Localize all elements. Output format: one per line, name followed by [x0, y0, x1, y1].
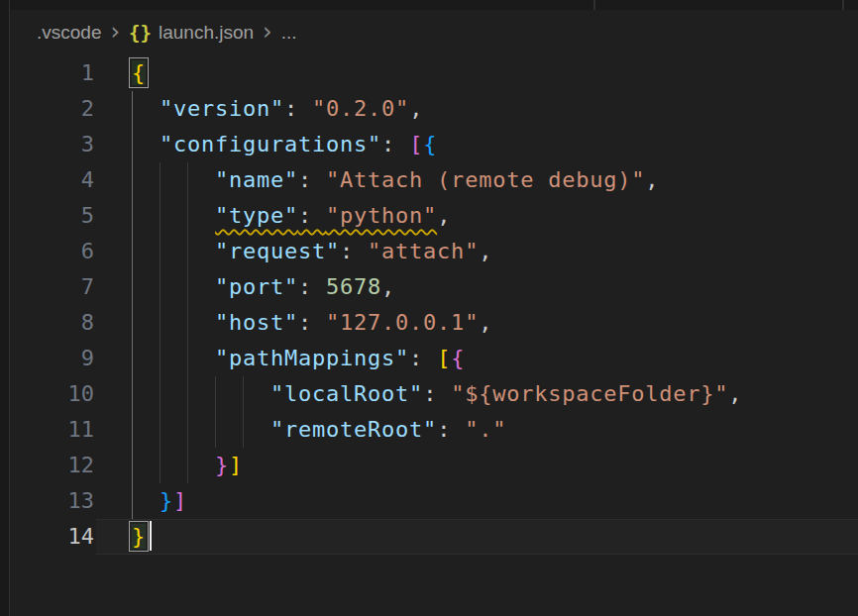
- code-content[interactable]: }: [96, 519, 858, 555]
- chevron-right-icon: ›: [263, 22, 272, 42]
- indent-guide: [132, 198, 133, 234]
- line-number[interactable]: 9: [10, 341, 96, 376]
- line-number[interactable]: 6: [10, 234, 96, 269]
- code-token: "pathMappings": [215, 346, 409, 370]
- breadcrumb-symbol-more[interactable]: ...: [281, 22, 297, 44]
- line-number[interactable]: 7: [10, 269, 96, 305]
- code-token: :: [437, 417, 465, 442]
- line-number[interactable]: 11: [10, 412, 96, 448]
- code-line[interactable]: 7 "port": 5678,: [10, 269, 858, 305]
- code-token: ,: [479, 239, 492, 263]
- line-number[interactable]: 8: [10, 305, 96, 341]
- line-number[interactable]: 3: [10, 127, 96, 162]
- editor[interactable]: 1{2 "version": "0.2.0",3 "configurations…: [10, 55, 858, 555]
- line-number[interactable]: 12: [10, 448, 96, 483]
- code-token: }: [215, 453, 229, 477]
- breadcrumb-file-label: launch.json: [159, 22, 254, 44]
- code-content[interactable]: }]: [96, 448, 858, 483]
- code-line[interactable]: 8 "host": "127.0.0.1",: [10, 305, 858, 341]
- panel-edge: [0, 0, 10, 616]
- indent-guide: [132, 234, 133, 269]
- code-token: ,: [479, 310, 492, 335]
- code-token: :: [284, 96, 312, 121]
- code-line[interactable]: 10 "localRoot": "${workspaceFolder}",: [10, 376, 858, 412]
- breadcrumb-file[interactable]: {} launch.json: [129, 22, 254, 44]
- json-braces-icon: {}: [129, 22, 152, 44]
- text-cursor: [150, 521, 152, 551]
- code-token: :: [340, 239, 368, 263]
- code-token: "configurations": [160, 132, 381, 156]
- line-number[interactable]: 5: [10, 198, 96, 234]
- code-line[interactable]: 4 "name": "Attach (remote debug)",: [10, 162, 858, 198]
- code-token: :: [298, 203, 326, 228]
- code-content[interactable]: "pathMappings": [{: [96, 341, 858, 376]
- indent-guide: [160, 448, 161, 483]
- code-token: [132, 203, 215, 228]
- code-line[interactable]: 9 "pathMappings": [{: [10, 341, 858, 376]
- code-token: [132, 346, 215, 370]
- code-line[interactable]: 5 "type": "python",: [10, 198, 858, 234]
- code-content[interactable]: "type": "python",: [96, 198, 858, 234]
- indent-guide: [132, 448, 133, 483]
- indent-guide: [187, 448, 188, 483]
- code-token: :: [298, 274, 326, 299]
- code-content[interactable]: }]: [96, 483, 858, 519]
- indent-guide: [132, 376, 133, 412]
- code-content[interactable]: "request": "attach",: [96, 234, 858, 269]
- code-token: [132, 274, 215, 299]
- code-content[interactable]: "configurations": [{: [96, 127, 858, 162]
- indent-guide: [187, 162, 188, 198]
- code-token: 5678: [326, 274, 381, 299]
- code-line[interactable]: 3 "configurations": [{: [10, 127, 858, 162]
- code-token: "127.0.0.1": [326, 310, 479, 335]
- code-token: "python": [326, 203, 437, 228]
- line-number[interactable]: 10: [10, 376, 96, 412]
- code-token: :: [409, 346, 437, 370]
- indent-guide: [132, 269, 133, 305]
- line-number[interactable]: 13: [10, 483, 96, 519]
- code-line[interactable]: 12 }]: [10, 448, 858, 483]
- bracket-match: {: [132, 60, 146, 85]
- breadcrumb-folder[interactable]: .vscode: [37, 22, 101, 44]
- code-token: ]: [173, 488, 187, 513]
- indent-guide: [132, 91, 133, 127]
- code-line[interactable]: 6 "request": "attach",: [10, 234, 858, 269]
- code-line[interactable]: 1{: [10, 55, 858, 91]
- line-number[interactable]: 14: [10, 519, 96, 555]
- code-content[interactable]: "host": "127.0.0.1",: [96, 305, 858, 341]
- code-token: :: [298, 310, 326, 335]
- code-content[interactable]: {: [96, 55, 858, 91]
- code-token: [132, 453, 215, 477]
- code-content[interactable]: "localRoot": "${workspaceFolder}",: [96, 376, 858, 412]
- code-line[interactable]: 2 "version": "0.2.0",: [10, 91, 858, 127]
- code-line[interactable]: 14}: [10, 519, 858, 555]
- code-content[interactable]: "remoteRoot": ".": [96, 412, 858, 448]
- code-line[interactable]: 13 }]: [10, 483, 858, 519]
- indent-guide: [187, 234, 188, 269]
- line-number[interactable]: 2: [10, 91, 96, 127]
- tab-bar: [10, 0, 858, 10]
- indent-guide: [187, 198, 188, 234]
- line-number[interactable]: 4: [10, 162, 96, 198]
- editor-group: .vscode › {} launch.json › ... 1{2 "vers…: [10, 0, 858, 616]
- code-token: [132, 488, 160, 513]
- indent-guide: [160, 198, 161, 234]
- code-token: "request": [215, 239, 340, 263]
- code-content[interactable]: "name": "Attach (remote debug)",: [96, 162, 858, 198]
- code-token: [: [437, 346, 451, 370]
- code-token: "host": [215, 310, 298, 335]
- indent-guide: [215, 412, 216, 448]
- code-token: ]: [229, 453, 243, 477]
- indent-guide: [160, 269, 161, 305]
- code-content[interactable]: "port": 5678,: [96, 269, 858, 305]
- indent-guide: [215, 376, 216, 412]
- code-content[interactable]: "version": "0.2.0",: [96, 91, 858, 127]
- code-token: ,: [645, 167, 659, 192]
- code-line[interactable]: 11 "remoteRoot": ".": [10, 412, 858, 448]
- code-token: {: [451, 346, 465, 370]
- indent-guide: [132, 341, 133, 376]
- code-token: "remoteRoot": [270, 417, 437, 442]
- line-number[interactable]: 1: [10, 55, 96, 91]
- code-token: "localRoot": [270, 381, 423, 406]
- code-token: [132, 96, 160, 121]
